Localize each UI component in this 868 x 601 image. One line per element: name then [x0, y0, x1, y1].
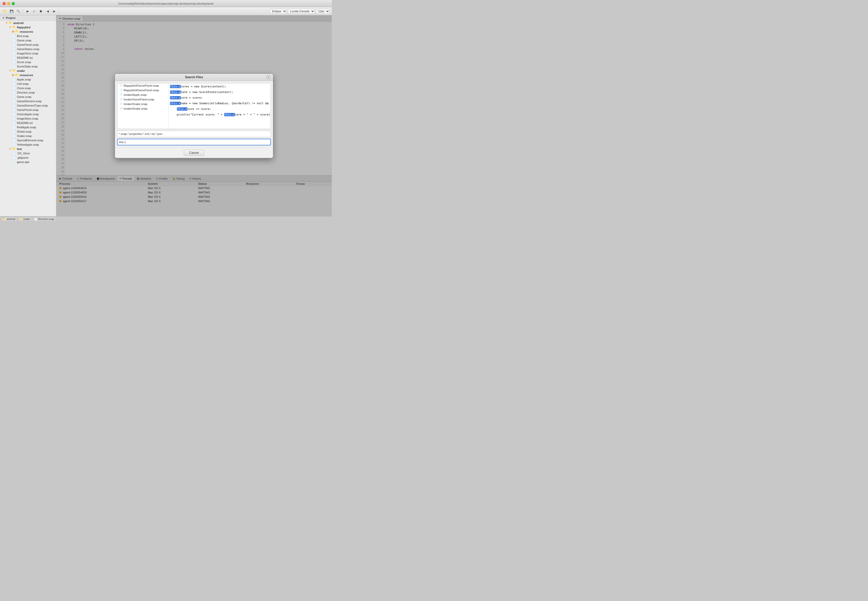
sidebar-item-gameelementtype[interactable]: 📄 GameElementType.snap: [0, 103, 56, 108]
back-button[interactable]: ◀: [45, 8, 50, 14]
sidebar-item-gamepanel-sn[interactable]: 📄 GamePanel.snap: [0, 108, 56, 112]
file-result-icon-6: 📄: [119, 107, 122, 110]
match-line-5: this.score += score;: [169, 106, 270, 112]
sidebar-item-specialelement[interactable]: 📄 SpecialElement.snap: [0, 138, 56, 142]
sidebar-item-clock[interactable]: 📄 Clock.snap: [0, 86, 56, 90]
sidebar-item-game-fb[interactable]: 📄 Game.snap: [0, 38, 56, 43]
sidebar-item-cell[interactable]: 📄 Cell.snap: [0, 81, 56, 86]
status-badge-android: 📁 android: [2, 217, 16, 221]
main-layout: ▼ Project ▼ 📁 android ▼ 📁 flappybird ▶ 📁…: [0, 15, 332, 216]
sidebar-item-scorestate[interactable]: 📄 ScoreState.snap: [0, 64, 56, 69]
modal-footer: Cancel: [115, 148, 273, 158]
sidebar-header: ▼ Project: [0, 15, 56, 21]
sidebar-item-label-redapple: RedApple.snap: [17, 126, 36, 129]
sidebar-item-label-gameapk: game.apk: [17, 160, 29, 163]
sidebar-item-label-gamepanel-sn: GamePanel.snap: [17, 108, 38, 111]
sidebar-item-yellowapple[interactable]: 📄 YellowApple.snap: [0, 142, 56, 147]
result-path-2: /flappybird/GamePanel.snap: [124, 88, 159, 92]
sidebar-title: Project: [6, 16, 15, 20]
font-select[interactable]: Lucida Console: [288, 9, 315, 14]
run-button[interactable]: ▶: [25, 8, 31, 14]
match-highlight-1: this.s: [170, 85, 181, 88]
modal-close-button[interactable]: ×: [266, 75, 270, 79]
sidebar-item-label-gitignore: .gitignore: [17, 156, 28, 159]
folder-button[interactable]: 📁: [2, 8, 8, 14]
sidebar-item-label-resources-sn: resources: [20, 73, 33, 77]
sidebar-item-label-direction: Direction.snap: [17, 91, 35, 94]
result-file-1[interactable]: 📄 /flappybird/GamePanel.snap: [117, 83, 168, 88]
maximize-button[interactable]: [12, 2, 15, 5]
fontsize-select[interactable]: 12px: [316, 9, 330, 14]
sidebar-item-readme-fb[interactable]: 📄 README.txt: [0, 55, 56, 60]
sidebar-item-game-sn[interactable]: 📄 Game.snap: [0, 95, 56, 99]
file-icon-game-sn: 📄: [12, 95, 16, 98]
sidebar-item-gamepanel-fb[interactable]: 📄 GamePanel.snap: [0, 43, 56, 47]
sidebar-item-imagestore-fb[interactable]: 📄 ImageStore.snap: [0, 51, 56, 55]
sidebar-item-test[interactable]: ▼ 📁 test: [0, 147, 56, 151]
filter-input[interactable]: [117, 131, 271, 137]
sidebar-item-gameapk[interactable]: 📄 game.apk: [0, 160, 56, 164]
file-icon-game-fb: 📄: [12, 38, 16, 42]
sidebar-item-label-scorestate: ScoreState.snap: [17, 65, 38, 68]
sidebar-item-label-apple: Apple.snap: [17, 78, 31, 81]
sidebar-item-label-bird: Bird.snap: [17, 35, 29, 38]
file-icon-gameapk: 📄: [12, 160, 16, 163]
search-input[interactable]: [117, 139, 271, 145]
match-line-3: this.score = score;: [169, 95, 270, 101]
sidebar-item-resources-fb[interactable]: ▶ 📁 resources: [0, 29, 56, 34]
sidebar-item-direction[interactable]: 📄 Direction.snap: [0, 90, 56, 95]
sidebar-item-readme-sn[interactable]: 📄 README.txt: [0, 121, 56, 125]
sidebar-item-snake-file[interactable]: 📄 Snake.snap: [0, 134, 56, 138]
result-path-1: /flappybird/GamePanel.snap: [124, 84, 159, 87]
status-bar: 📁 android 📁 snake 📄 Direction.snap: [0, 216, 332, 222]
sidebar-item-gameelement[interactable]: 📄 GameElement.snap: [0, 99, 56, 103]
sidebar-item-flappybird[interactable]: ▼ 📁 flappybird: [0, 25, 56, 29]
sidebar-item-label-ds-store: .DS_Store: [17, 152, 30, 155]
file-result-icon-5: 📄: [119, 102, 122, 105]
forward-button[interactable]: ▶: [51, 8, 57, 14]
sidebar-item-imagestore-sn[interactable]: 📄 ImageStore.snap: [0, 116, 56, 121]
sidebar-item-label-shield: Shield.snap: [17, 130, 32, 133]
sidebar-item-android[interactable]: ▼ 📁 android: [0, 21, 56, 25]
sidebar-item-greenapple[interactable]: 📄 GreenApple.snap: [0, 112, 56, 116]
sidebar-item-shield[interactable]: 📄 Shield.snap: [0, 129, 56, 134]
sidebar-item-gitignore[interactable]: 📄 .gitignore: [0, 156, 56, 160]
file-icon-shield: 📄: [12, 130, 16, 133]
file-icon-gameelement: 📄: [12, 99, 16, 103]
sidebar-item-label-game-fb: Game.snap: [17, 39, 31, 42]
match-highlight-2: this.s: [170, 90, 181, 94]
sidebar-item-label-flappybird: flappybird: [17, 26, 31, 29]
result-file-4[interactable]: 📄 /snake/GamePanel.snap: [117, 97, 168, 102]
file-icon-score: 📄: [12, 60, 16, 64]
stop-button[interactable]: ⏹: [38, 8, 44, 14]
build-button[interactable]: 🔨: [15, 8, 21, 14]
close-icon: ×: [268, 76, 269, 79]
sidebar-item-bird[interactable]: 📄 Bird.snap: [0, 34, 56, 38]
result-file-3[interactable]: 📄 /snake/Apple.snap: [117, 93, 168, 97]
status-badge-direction: 📄 Direction.snap: [33, 217, 55, 221]
sidebar-item-ds-store[interactable]: 📄 .DS_Store: [0, 151, 56, 156]
theme-select[interactable]: Eclipse: [270, 9, 287, 14]
sidebar-item-resources-sn[interactable]: ▶ 📁 resources: [0, 73, 56, 77]
result-file-6[interactable]: 📄 /snake/Snake.snap: [117, 106, 168, 111]
file-result-icon-2: 📄: [119, 88, 122, 92]
match-line-6: println("Current score: " + this.score +…: [169, 112, 270, 117]
sidebar-item-label-imagestore-sn: ImageStore.snap: [17, 117, 38, 120]
sidebar-item-score[interactable]: 📄 Score.snap: [0, 60, 56, 64]
sidebar-item-gamestatus[interactable]: 📄 GameStatus.snap: [0, 47, 56, 51]
toolbar-separator-2: [59, 9, 59, 14]
minimize-button[interactable]: [7, 2, 10, 5]
sidebar-item-snake[interactable]: ▼ 📁 snake: [0, 69, 56, 73]
result-file-2[interactable]: 📄 /flappybird/GamePanel.snap: [117, 88, 168, 93]
debug-run-button[interactable]: ▷: [31, 8, 37, 14]
sidebar-item-redapple[interactable]: 📄 RedApple.snap: [0, 125, 56, 129]
close-button[interactable]: [3, 2, 6, 5]
cancel-button[interactable]: Cancel: [184, 150, 204, 156]
save-button[interactable]: 💾: [9, 8, 14, 14]
file-icon-gamepanel-sn: 📄: [12, 108, 16, 111]
sidebar-item-apple[interactable]: 📄 Apple.snap: [0, 77, 56, 81]
folder-icon-android: ▼ 📁: [5, 21, 12, 24]
file-result-icon-1: 📄: [119, 84, 122, 87]
result-file-5[interactable]: 📄 /snake/Snake.snap: [117, 102, 168, 106]
match-line-1: this.scores = new Score(context);: [169, 84, 270, 90]
